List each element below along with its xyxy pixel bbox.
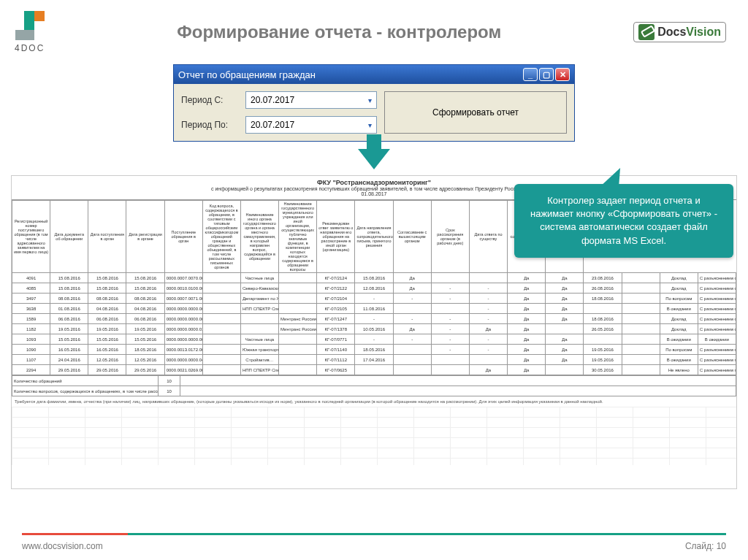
generate-report-button[interactable]: Сформировать отчет — [384, 91, 567, 134]
chevron-down-icon: ▾ — [368, 96, 372, 104]
logo-4doc: 4DOC — [15, 11, 45, 53]
close-button[interactable]: ✕ — [555, 68, 570, 81]
callout-bubble: Контролер задает период отчета и нажимае… — [514, 184, 733, 258]
table-row: 229429.05.201629.05.201629.05.20160000.0… — [12, 365, 736, 375]
chevron-down-icon: ▾ — [368, 121, 372, 129]
table-row: 363801.08.201604.08.201604.08.20160000.0… — [12, 304, 736, 314]
logo-docsvision: DocsVision — [633, 22, 726, 42]
table-header: Дата регистрации в органе — [126, 201, 164, 273]
table-header: Дата поступления в орган — [88, 201, 126, 273]
table-header: Регистрационный номер поступившего обращ… — [12, 201, 50, 273]
report-dialog: Отчет по обращениям граждан _ ▢ ✕ Период… — [173, 64, 575, 142]
table-header: Код вопроса, содержащегося в обращении, … — [202, 201, 240, 273]
dialog-title: Отчет по обращениям граждан — [178, 69, 316, 80]
table-row: 158906.08.201606.08.201606.08.20160000.0… — [12, 314, 736, 324]
table-header: Дата документа об обращении — [50, 201, 88, 273]
maximize-button[interactable]: ▢ — [539, 68, 554, 81]
slide-number: Слайд: 10 — [685, 541, 726, 551]
summary-row: Количество вопросов, содержащихся в обра… — [12, 386, 736, 396]
summary-row: Количество обращений10 — [12, 376, 736, 386]
table-header: Дата ответа по существу — [469, 201, 507, 273]
table-header: Наименование иного органа государственно… — [240, 201, 278, 273]
table-header: Наименование государственного муниципаль… — [279, 201, 317, 273]
footer-divider — [22, 533, 726, 535]
table-row: 408515.08.201615.08.201615.08.20160000.0… — [12, 283, 736, 294]
table-row: 409115.08.201615.08.201615.08.20160000.0… — [12, 273, 736, 283]
table-header: Поступление обращения в орган — [164, 201, 202, 273]
dialog-titlebar: Отчет по обращениям граждан _ ▢ ✕ — [174, 65, 574, 84]
table-header: Срок рассмотрения органом (в рабочих дня… — [431, 201, 469, 273]
slide-title: Формирование отчета - контролером — [45, 22, 633, 42]
period-to-label: Период По: — [181, 120, 240, 130]
footer-url: www.docsvision.com — [22, 541, 103, 551]
period-from-input[interactable]: 20.07.2017 ▾ — [245, 91, 377, 109]
table-row: 110724.04.201612.05.201612.05.20160000.0… — [12, 355, 736, 365]
arrow-down-icon — [358, 149, 390, 169]
minimize-button[interactable]: _ — [523, 68, 538, 81]
clip-icon — [638, 24, 654, 40]
table-row: 349708.08.201608.08.201608.08.20160000.0… — [12, 294, 736, 304]
period-to-input[interactable]: 20.07.2017 ▾ — [245, 116, 377, 134]
period-from-label: Период С: — [181, 95, 240, 105]
table-header: Рекомендован ответ заявителю о направлен… — [317, 201, 355, 273]
excel-note: Требуется дата фамилии, имена, отчества … — [12, 396, 736, 407]
table-row: 109016.05.201616.05.201618.05.20160000.0… — [12, 345, 736, 355]
table-row: 109315.05.201615.05.201615.05.20160000.0… — [12, 334, 736, 345]
table-header: Согласование с вышестоящим органом — [393, 201, 431, 273]
table-row: 118219.05.201619.05.201619.05.20160000.0… — [12, 324, 736, 334]
table-header: Дата направления ответа, сопроводительно… — [355, 201, 393, 273]
